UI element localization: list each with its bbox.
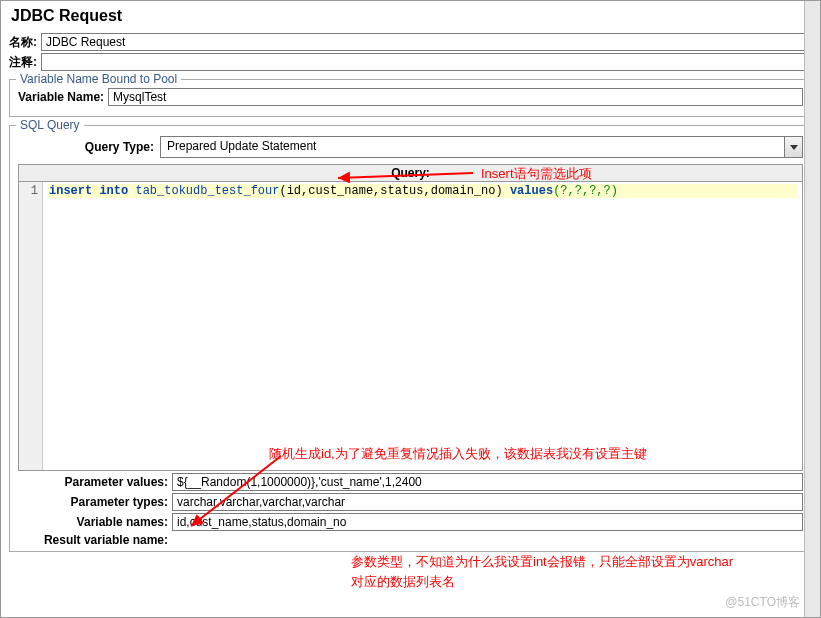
jdbc-request-panel: JDBC Request 名称: 注释: Variable Name Bound…: [0, 0, 821, 618]
query-type-label: Query Type:: [18, 140, 154, 154]
name-input[interactable]: [41, 33, 812, 51]
name-label: 名称:: [9, 34, 37, 51]
param-values-label: Parameter values:: [18, 475, 168, 489]
query-type-select[interactable]: Prepared Update Statement: [160, 136, 803, 158]
variable-name-label: Variable Name:: [18, 90, 104, 104]
param-values-input[interactable]: [172, 473, 803, 491]
pool-legend: Variable Name Bound to Pool: [16, 72, 181, 86]
comment-label: 注释:: [9, 54, 37, 71]
line-gutter: 1: [19, 182, 43, 470]
param-types-input[interactable]: [172, 493, 803, 511]
pool-fieldset: Variable Name Bound to Pool Variable Nam…: [9, 79, 812, 117]
sql-legend: SQL Query: [16, 118, 84, 132]
variable-names-label: Variable names:: [18, 515, 168, 529]
sql-fieldset: SQL Query Query Type: Prepared Update St…: [9, 125, 812, 552]
dropdown-button[interactable]: [784, 137, 802, 157]
query-type-value: Prepared Update Statement: [161, 137, 784, 157]
comment-input[interactable]: [41, 53, 812, 71]
result-variable-label: Result variable name:: [18, 533, 168, 547]
param-types-label: Parameter types:: [18, 495, 168, 509]
query-editor[interactable]: 1 insert into tab_tokudb_test_four(id,cu…: [18, 181, 803, 471]
annotation-param-types: 参数类型，不知道为什么我设置int会报错，只能全部设置为varchar: [351, 553, 733, 571]
query-header: Query:: [18, 164, 803, 181]
code-area[interactable]: insert into tab_tokudb_test_four(id,cust…: [43, 182, 802, 470]
variable-name-input[interactable]: [108, 88, 803, 106]
vertical-scrollbar[interactable]: [804, 1, 820, 617]
annotation-var-names: 对应的数据列表名: [351, 573, 455, 591]
chevron-down-icon: [790, 145, 798, 150]
code-line-1: insert into tab_tokudb_test_four(id,cust…: [47, 184, 798, 198]
panel-title: JDBC Request: [11, 7, 812, 25]
watermark: @51CTO博客: [725, 594, 800, 611]
variable-names-input[interactable]: [172, 513, 803, 531]
